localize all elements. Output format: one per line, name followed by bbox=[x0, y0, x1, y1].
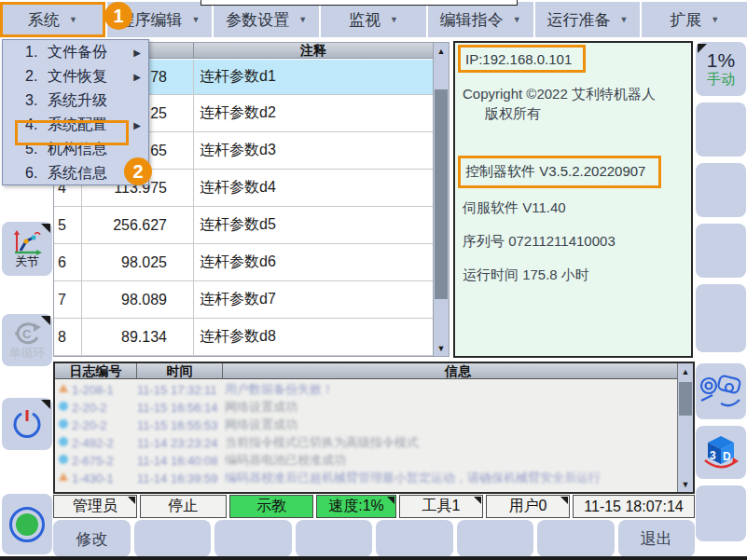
log-row[interactable]: 2-20-2 11-15 16:56:14 网络设置成功 bbox=[55, 398, 677, 416]
log-row[interactable]: 2-20-2 11-15 16:55:53 网络设置成功 bbox=[55, 416, 677, 433]
single-cycle-button[interactable]: C 单循环 bbox=[2, 314, 52, 366]
scrollbar-thumb[interactable] bbox=[435, 89, 448, 299]
log-message: 网络设置成功 bbox=[225, 398, 677, 414]
row-number: 8 bbox=[54, 319, 82, 355]
log-time: 11-15 16:55:53 bbox=[137, 416, 225, 432]
menu-extend[interactable]: 扩展 ▼ bbox=[642, 2, 747, 37]
corner-triangle bbox=[387, 497, 394, 504]
menu-parameter-settings[interactable]: 参数设置 ▼ bbox=[214, 2, 319, 37]
info-icon bbox=[55, 416, 72, 429]
copyright-line: Copyright ©2022 艾利特机器人 bbox=[463, 86, 656, 103]
chevron-down-icon: ▼ bbox=[711, 15, 719, 24]
param-value: 256.627 bbox=[82, 207, 194, 243]
chevron-down-icon: ▼ bbox=[390, 15, 398, 24]
log-row[interactable]: 2-675-2 11-14 16:40:08 编码器电池已校准成功 bbox=[55, 451, 677, 469]
svg-text:3: 3 bbox=[710, 449, 716, 462]
teach-mode-chip[interactable]: 示教 bbox=[229, 495, 313, 518]
bottom-button-2[interactable] bbox=[134, 520, 212, 557]
speed-mode-button[interactable]: 1% 手动 bbox=[696, 42, 746, 96]
scroll-down-icon[interactable]: ▼ bbox=[678, 476, 693, 492]
menu-item-system-upgrade[interactable]: 3. 系统升级 bbox=[3, 89, 148, 113]
bottom-button-6[interactable] bbox=[457, 520, 534, 557]
menu-label: 系统 bbox=[28, 9, 60, 31]
log-scrollbar[interactable]: ▲ ▼ bbox=[677, 363, 693, 492]
table-scrollbar[interactable]: ▲ ▼ bbox=[433, 43, 449, 356]
record-button[interactable] bbox=[2, 494, 52, 554]
exit-button[interactable]: 退出 bbox=[618, 520, 696, 557]
modify-label: 修改 bbox=[76, 528, 107, 550]
log-message: 网络设置成功 bbox=[225, 416, 677, 431]
menu-edit-instruction[interactable]: 编辑指令 ▼ bbox=[428, 2, 533, 37]
annotation-box-system-info bbox=[15, 120, 129, 145]
param-comment: 连杆参数d6 bbox=[194, 244, 433, 280]
param-comment: 连杆参数d5 bbox=[194, 207, 433, 243]
run-state-chip[interactable]: 停止 bbox=[140, 495, 227, 518]
chevron-down-icon: ▼ bbox=[513, 15, 521, 24]
chevron-down-icon: ▼ bbox=[69, 15, 77, 24]
bottom-button-5[interactable] bbox=[376, 520, 453, 557]
scroll-down-icon[interactable]: ▼ bbox=[434, 340, 449, 356]
scrollbar-thumb[interactable] bbox=[679, 382, 692, 416]
joint-coordinate-button[interactable]: 关节 bbox=[2, 222, 52, 276]
right-toolbar-button-5[interactable] bbox=[696, 284, 746, 352]
right-toolbar-button-4[interactable] bbox=[696, 224, 746, 278]
annotation-badge-2: 2 bbox=[124, 157, 152, 185]
user-frame-chip[interactable]: 用户0 bbox=[486, 495, 570, 518]
log-id: 2-20-2 bbox=[72, 416, 137, 432]
modify-button[interactable]: 修改 bbox=[53, 520, 131, 557]
right-toolbar-button-3[interactable] bbox=[696, 163, 746, 217]
log-message: 编码器电池已校准成功 bbox=[225, 451, 677, 467]
log-time-header: 时间 bbox=[137, 363, 223, 378]
param-comment: 连杆参数d1 bbox=[194, 60, 433, 94]
state-label: 停止 bbox=[169, 497, 199, 516]
log-time: 11-15 16:56:14 bbox=[137, 398, 225, 415]
log-row[interactable]: 2-492-2 11-14 23:23:24 当前指令模式已切换为高级指令模式 bbox=[55, 433, 677, 451]
menu-label: 监视 bbox=[349, 9, 380, 31]
menu-item-file-backup[interactable]: 1. 文件备份 ▶ bbox=[3, 40, 148, 64]
user-label: 用户0 bbox=[509, 497, 547, 516]
table-row[interactable]: 6 98.025 连杆参数d6 bbox=[54, 244, 433, 281]
annotation-box-ip: IP:192.168.0.101 bbox=[458, 45, 586, 73]
corner-triangle bbox=[474, 497, 481, 504]
teach-pendant-button[interactable] bbox=[696, 363, 746, 419]
bottom-button-7[interactable] bbox=[537, 520, 615, 557]
log-message: 当前指令模式已切换为高级指令模式 bbox=[225, 433, 677, 449]
svg-text:C: C bbox=[22, 327, 32, 341]
param-comment: 连杆参数d2 bbox=[194, 95, 433, 131]
right-toolbar-button-2[interactable] bbox=[696, 102, 746, 157]
row-number: 5 bbox=[54, 207, 82, 243]
tool-label: 工具1 bbox=[422, 497, 461, 516]
param-value: 89.134 bbox=[82, 319, 194, 355]
scroll-up-icon[interactable]: ▲ bbox=[678, 363, 693, 379]
menu-system[interactable]: 系统 ▼ bbox=[0, 2, 105, 37]
log-row[interactable]: 1-430-1 11-14 16:39:59 编码器校准后已超机械臂管理最小暂定… bbox=[55, 469, 677, 492]
speed-label: 速度:1% bbox=[328, 497, 384, 516]
ip-address: IP:192.168.0.101 bbox=[465, 51, 572, 67]
menu-monitor[interactable]: 监视 ▼ bbox=[321, 2, 426, 37]
item-number: 1. bbox=[25, 44, 48, 61]
right-toolbar-button-8[interactable] bbox=[696, 485, 746, 541]
item-label: 文件备份 bbox=[48, 43, 107, 62]
warning-icon bbox=[55, 380, 72, 392]
speed-chip[interactable]: 速度:1% bbox=[316, 495, 396, 518]
log-row[interactable]: 1-208-1 11-15 17:32:11 用户数据备份失败！ bbox=[55, 380, 677, 398]
log-id: 1-208-1 bbox=[72, 380, 137, 397]
table-row[interactable]: 5 256.627 连杆参数d5 bbox=[54, 207, 433, 244]
menu-run-prepare[interactable]: 运行准备 ▼ bbox=[535, 2, 641, 37]
tool-chip[interactable]: 工具1 bbox=[399, 495, 483, 518]
chevron-down-icon: ▼ bbox=[298, 15, 307, 24]
log-time: 11-14 16:39:59 bbox=[137, 469, 225, 485]
user-role-chip[interactable]: 管理员 bbox=[53, 495, 137, 518]
bottom-button-4[interactable] bbox=[296, 520, 373, 557]
table-row[interactable]: 7 98.089 连杆参数d7 bbox=[54, 281, 433, 319]
3d-view-button[interactable]: 3 D bbox=[696, 426, 746, 479]
log-msg-header: 信息 bbox=[223, 363, 693, 378]
bottom-button-3[interactable] bbox=[214, 520, 292, 557]
chevron-down-icon: ▼ bbox=[192, 15, 201, 24]
scroll-up-icon[interactable]: ▲ bbox=[434, 43, 449, 59]
param-value: 98.089 bbox=[82, 281, 194, 318]
power-button[interactable] bbox=[2, 398, 52, 450]
annotation-badge-1: 1 bbox=[104, 2, 132, 30]
menu-item-file-restore[interactable]: 2. 文件恢复 ▶ bbox=[3, 64, 148, 89]
table-row[interactable]: 8 89.134 连杆参数d8 bbox=[54, 319, 433, 356]
